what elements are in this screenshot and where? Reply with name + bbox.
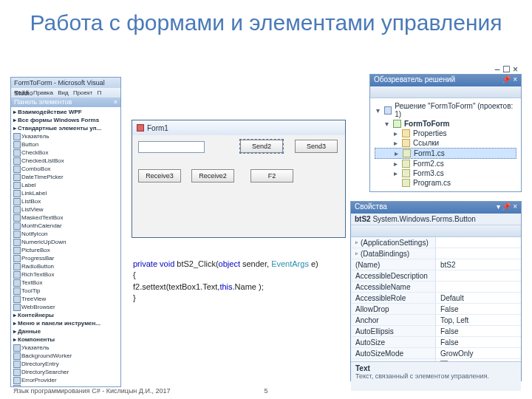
toolbox-item[interactable]: ToolTip: [11, 287, 120, 295]
project-icon: [393, 120, 401, 128]
property-grid[interactable]: ▹(ApplicationSettings)▹(DataBindings)(Na…: [351, 237, 521, 361]
toolbox-item[interactable]: BackgroundWorker: [11, 352, 120, 360]
pin-icon[interactable]: 📌 ×: [502, 75, 517, 86]
toolbox-item[interactable]: Label: [11, 181, 120, 189]
button-receive3[interactable]: Receive3: [138, 169, 181, 183]
form-titlebar: Form1: [132, 120, 345, 135]
toolbox-item[interactable]: MaskedTextBox: [11, 214, 120, 222]
toolbox-item[interactable]: NumericUpDown: [11, 238, 120, 246]
menu-project[interactable]: Проект: [73, 89, 92, 96]
toolbox-group[interactable]: ▸Стандартные элементы уп...: [11, 124, 120, 132]
menu-more[interactable]: П: [97, 89, 101, 96]
property-row[interactable]: AutoEllipsisFalse: [351, 326, 521, 337]
button-send2[interactable]: Send2: [240, 140, 283, 153]
ide-menu[interactable]: Файл Правка Вид Проект П: [11, 88, 120, 98]
button-f2[interactable]: F2: [250, 169, 293, 183]
toolbox-item[interactable]: CheckedListBox: [11, 157, 120, 165]
toolbox-header: Панель элементов ×: [11, 98, 120, 107]
toolbox-group[interactable]: ▸Взаимодействие WPF: [11, 108, 120, 116]
toolbox-item[interactable]: DateTimePicker: [11, 173, 120, 181]
solution-explorer-toolbar[interactable]: [370, 86, 521, 98]
toolbox-item[interactable]: EventLog: [11, 384, 120, 386]
footer-text: Язык программирования C# - Кислицын Д.И.…: [13, 387, 170, 395]
toolbox-item[interactable]: ProgressBar: [11, 254, 120, 262]
toolbox-item[interactable]: NotifyIcon: [11, 230, 120, 238]
property-row[interactable]: AccessibleRoleDefault: [351, 293, 521, 304]
form-designer: Form1 Send2 Send3 Receive3 Receive2 F2: [132, 120, 346, 238]
slide-title: Работа с формами и элементами управления: [0, 10, 532, 36]
toolbox-item[interactable]: DirectoryEntry: [11, 360, 120, 368]
tree-project[interactable]: ▾FormToForm: [375, 119, 516, 129]
folder-icon: [402, 139, 410, 147]
toolbox-body[interactable]: ▸Взаимодействие WPF▸Все формы Windows Fo…: [11, 107, 120, 386]
toolbox-item[interactable]: RichTextBox: [11, 270, 120, 279]
property-row[interactable]: AutoSizeModeGrowOnly: [351, 348, 521, 359]
button-send3[interactable]: Send3: [295, 140, 338, 153]
tree-solution[interactable]: ▾Решение "FormToForm" (проектов: 1): [375, 101, 516, 119]
toolbox-item[interactable]: PictureBox: [11, 246, 120, 254]
tree-form2[interactable]: ▸Form2.cs: [375, 159, 516, 168]
solution-explorer-title: Обозреватель решений📌 ×: [370, 75, 521, 86]
csfile-icon: [402, 169, 410, 177]
toolbox-group[interactable]: ▸Меню и панели инструмен...: [11, 319, 120, 327]
properties-toolbar[interactable]: [351, 225, 521, 237]
menu-view[interactable]: Вид: [58, 89, 68, 96]
button-receive2[interactable]: Receive2: [191, 169, 234, 183]
toolbox-item[interactable]: ListView: [11, 205, 120, 214]
property-row[interactable]: (Name)btS2: [351, 259, 521, 270]
property-row[interactable]: AutoSizeFalse: [351, 337, 521, 348]
toolbox-group[interactable]: ▸Контейнеры: [11, 311, 120, 319]
csfile-icon: [403, 149, 411, 157]
csfile-icon: [402, 179, 410, 187]
property-row[interactable]: AccessibleName: [351, 282, 521, 293]
toolbox-item[interactable]: CheckBox: [11, 149, 120, 157]
toolbox-item[interactable]: RadioButton: [11, 262, 120, 270]
toolbox-item[interactable]: LinkLabel: [11, 189, 120, 197]
toolbox-item[interactable]: MonthCalendar: [11, 222, 120, 230]
minimize-icon[interactable]: – ☐ ×: [495, 64, 518, 75]
menu-edit[interactable]: Правка: [33, 89, 53, 96]
folder-icon: [402, 129, 410, 137]
tree-properties[interactable]: ▸Properties: [375, 129, 516, 138]
tree-references[interactable]: ▸Ссылки: [375, 138, 516, 148]
toolbox-item[interactable]: ErrorProvider: [11, 376, 120, 384]
ide-titlebar: FormToForm - Microsoft Visual Studio: [11, 78, 120, 88]
toolbox-item[interactable]: DirectorySearcher: [11, 368, 120, 376]
solution-explorer: – ☐ × Обозреватель решений📌 × ▾Решение "…: [369, 74, 522, 192]
properties-panel: Свойства▾ 📌 × btS2 System.Windows.Forms.…: [350, 201, 522, 381]
property-row[interactable]: ▹(ApplicationSettings): [351, 237, 521, 248]
close-icon[interactable]: ×: [114, 98, 117, 107]
tree-program[interactable]: Program.cs: [375, 178, 516, 188]
tree-form1[interactable]: ▸Form1.cs: [375, 148, 516, 159]
toolbox-item[interactable]: TextBox: [11, 279, 120, 287]
toolbox-item[interactable]: Указатель: [11, 132, 120, 140]
tree-form3[interactable]: ▸Form3.cs: [375, 168, 516, 178]
solution-tree[interactable]: ▾Решение "FormToForm" (проектов: 1) ▾For…: [370, 98, 521, 191]
property-row[interactable]: ▹(DataBindings): [351, 248, 521, 259]
textbox1[interactable]: [138, 141, 205, 153]
form-icon: [137, 124, 144, 132]
toolbox-item[interactable]: Button: [11, 140, 120, 149]
properties-object[interactable]: btS2 System.Windows.Forms.Button: [351, 214, 521, 225]
property-description: Text Текст, связанный с элементом управл…: [351, 361, 521, 391]
property-row[interactable]: BackColorControl: [351, 359, 521, 361]
toolbox-title: Панель элементов: [14, 98, 72, 107]
toolbox-item[interactable]: ListBox: [11, 197, 120, 205]
pin-icon[interactable]: ▾ 📌 ×: [497, 202, 517, 213]
property-row[interactable]: AnchorTop, Left: [351, 315, 521, 326]
property-row[interactable]: AccessibleDescription: [351, 270, 521, 282]
menu-file[interactable]: Файл: [14, 89, 29, 96]
property-row[interactable]: AllowDropFalse: [351, 304, 521, 315]
visual-studio-window: FormToForm - Microsoft Visual Studio Фай…: [10, 77, 121, 387]
toolbox-item[interactable]: Указатель: [11, 344, 120, 352]
form-title: Form1: [147, 124, 168, 132]
toolbox-item[interactable]: ComboBox: [11, 165, 120, 173]
toolbox-item[interactable]: TreeView: [11, 295, 120, 303]
solution-icon: [384, 106, 392, 115]
toolbox-item[interactable]: WebBrowser: [11, 303, 120, 311]
properties-title: Свойства▾ 📌 ×: [351, 202, 521, 214]
toolbox-group[interactable]: ▸Компоненты: [11, 335, 120, 344]
toolbox-group[interactable]: ▸Данные: [11, 327, 120, 335]
csfile-icon: [402, 160, 410, 168]
toolbox-group[interactable]: ▸Все формы Windows Forms: [11, 116, 120, 124]
